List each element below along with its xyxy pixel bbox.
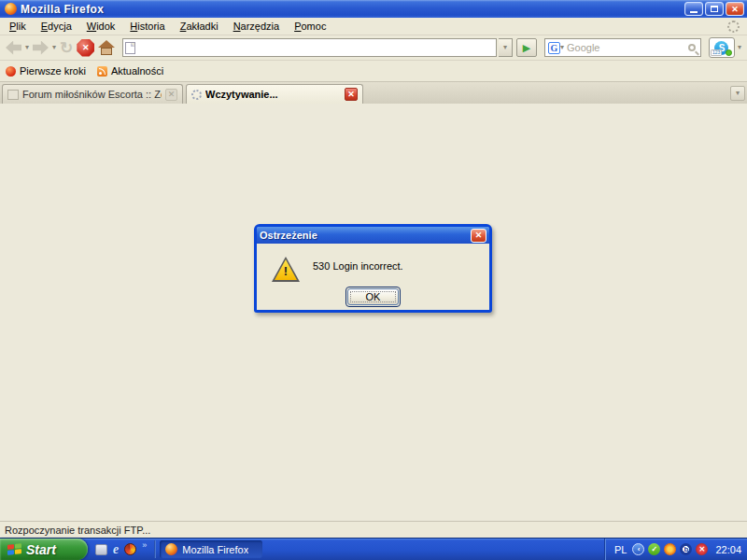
ok-button[interactable]: OK <box>347 288 399 305</box>
tab-label: Wczytywanie... <box>205 89 341 100</box>
taskbar-divider <box>154 540 156 558</box>
search-engine-dropdown-icon[interactable]: ▾ <box>560 44 564 51</box>
dialog-message: 530 Login incorrect. <box>313 260 403 272</box>
browser-content-area: Ostrzeżenie ✕ ! 530 Login incorrect. OK <box>0 104 747 521</box>
ok-button-focus-ring: OK <box>345 287 401 307</box>
chevron-down-icon: ▾ <box>738 44 741 51</box>
skype-extension-button[interactable]: S 123 <box>709 37 735 58</box>
stop-icon: ✕ <box>77 39 94 57</box>
bookmark-pierwsze-kroki[interactable]: Pierwsze kroki <box>6 65 86 77</box>
status-bar: Rozpoczynanie transakcji FTP... <box>0 521 747 538</box>
menu-zakladki[interactable]: Zakładki <box>173 19 226 34</box>
address-bar[interactable] <box>122 38 497 57</box>
quick-launch-app-icon[interactable] <box>124 543 136 555</box>
alert-dialog: Ostrzeżenie ✕ ! 530 Login incorrect. OK <box>254 224 492 313</box>
desktop-screen: Mozilla Firefox ✕ Plik Edycja Widok Hist… <box>0 0 747 560</box>
forward-arrow-icon <box>33 41 49 55</box>
tab-close-icon[interactable]: ✕ <box>345 88 358 101</box>
google-engine-icon[interactable]: G <box>548 42 560 54</box>
minimize-button[interactable] <box>684 2 703 16</box>
forward-button[interactable] <box>32 37 49 58</box>
chevron-down-icon: ▾ <box>52 44 56 51</box>
close-icon: ✕ <box>731 5 739 14</box>
tab-close-icon[interactable]: ✕ <box>165 89 177 101</box>
reload-button[interactable]: ↻ <box>59 37 74 58</box>
stop-button[interactable]: ✕ <box>76 37 95 58</box>
chevron-down-icon: ▾ <box>503 44 507 51</box>
dialog-close-button[interactable]: ✕ <box>471 229 486 243</box>
firefox-icon <box>165 543 177 555</box>
menu-historia[interactable]: Historia <box>122 19 172 34</box>
loading-throbber-icon <box>727 21 740 33</box>
tab-favicon-icon <box>7 90 19 100</box>
restore-button[interactable] <box>705 2 724 16</box>
start-label: Start <box>26 542 56 557</box>
tab-forum[interactable]: Forum miłośników Escorta :: Zobacz te...… <box>2 84 183 104</box>
bookmark-label: Pierwsze kroki <box>20 65 86 77</box>
back-button[interactable] <box>5 37 22 58</box>
menu-edycja[interactable]: Edycja <box>34 19 79 34</box>
tray-alert-icon[interactable]: ✕ <box>696 543 708 555</box>
search-icon[interactable] <box>688 44 696 51</box>
bookmark-label: Aktualności <box>111 65 163 77</box>
windows-flag-icon <box>7 543 21 555</box>
navigation-toolbar: ▾ ▾ ↻ ✕ ▾ ▶ G ▾ S 123 ▾ <box>0 35 747 61</box>
menu-pomoc[interactable]: Pomoc <box>287 19 333 34</box>
dialog-body: ! 530 Login incorrect. OK <box>257 244 489 310</box>
tab-wczytywanie[interactable]: Wczytywanie... ✕ <box>186 84 363 104</box>
address-input[interactable] <box>138 40 494 55</box>
window-title: Mozilla Firefox <box>21 3 683 16</box>
rss-feed-icon <box>97 66 107 77</box>
tab-label: Forum miłośników Escorta :: Zobacz te... <box>22 89 162 100</box>
close-button[interactable]: ✕ <box>726 2 744 16</box>
tray-check-icon[interactable]: ✓ <box>648 543 660 555</box>
back-history-dropdown[interactable]: ▾ <box>24 37 30 58</box>
restore-icon <box>711 6 718 12</box>
skype-phone-icon <box>726 49 732 56</box>
search-input[interactable] <box>567 42 688 53</box>
tray-sun-icon[interactable] <box>664 543 676 555</box>
close-icon: ✕ <box>475 231 483 240</box>
task-button-label: Mozilla Firefox <box>182 544 248 555</box>
forward-history-dropdown[interactable]: ▾ <box>51 37 57 58</box>
address-dropdown-button[interactable]: ▾ <box>499 38 513 57</box>
menu-narzedzia[interactable]: Narzędzia <box>226 19 288 34</box>
go-button[interactable]: ▶ <box>516 38 537 57</box>
warning-icon: ! <box>272 257 300 282</box>
menu-bar: Plik Edycja Widok Historia Zakładki Narz… <box>0 18 747 35</box>
reload-icon: ↻ <box>60 40 73 56</box>
window-titlebar: Mozilla Firefox ✕ <box>0 0 747 18</box>
internet-explorer-icon[interactable]: e <box>113 542 119 557</box>
chevron-down-icon: ▾ <box>25 44 29 51</box>
menu-widok[interactable]: Widok <box>79 19 123 34</box>
dialog-titlebar: Ostrzeżenie ✕ <box>257 227 489 244</box>
dialog-title: Ostrzeżenie <box>260 230 471 241</box>
taskbar-firefox-button[interactable]: Mozilla Firefox <box>160 540 262 558</box>
system-tray: PL ‹ ✓ b ✕ 22:04 <box>604 539 747 560</box>
home-button[interactable] <box>97 37 117 58</box>
bookmark-aktualnosci[interactable]: Aktualności <box>97 65 163 77</box>
tray-b-icon[interactable]: b <box>680 543 692 555</box>
tray-hide-icons-button[interactable]: ‹ <box>632 543 644 555</box>
tab-loading-spinner-icon <box>191 90 202 100</box>
bookmarks-toolbar: Pierwsze kroki Aktualności <box>0 61 747 82</box>
status-text: Rozpoczynanie transakcji FTP... <box>5 525 150 536</box>
tab-strip: Forum miłośników Escorta :: Zobacz te...… <box>0 82 747 104</box>
show-desktop-icon[interactable] <box>95 544 107 555</box>
start-button[interactable]: Start <box>0 539 88 560</box>
home-icon <box>98 40 116 56</box>
menu-plik[interactable]: Plik <box>2 19 34 34</box>
taskbar: Start e » Mozilla Firefox PL ‹ ✓ b ✕ 22:… <box>0 538 747 560</box>
quick-launch-bar: e » <box>88 539 154 560</box>
search-bar[interactable]: G ▾ <box>544 38 701 57</box>
quick-launch-overflow-icon[interactable]: » <box>142 540 147 550</box>
taskbar-clock: 22:04 <box>715 544 741 555</box>
skype-badge: 123 <box>711 49 722 56</box>
skype-dropdown-button[interactable]: ▾ <box>737 37 742 58</box>
minimize-icon <box>690 11 698 13</box>
bookmark-firefox-icon <box>6 66 16 77</box>
firefox-logo-icon <box>5 3 17 15</box>
language-indicator[interactable]: PL <box>614 544 627 555</box>
tab-list-dropdown-button[interactable]: ▾ <box>730 86 745 101</box>
chevron-down-icon: ▾ <box>736 90 740 97</box>
